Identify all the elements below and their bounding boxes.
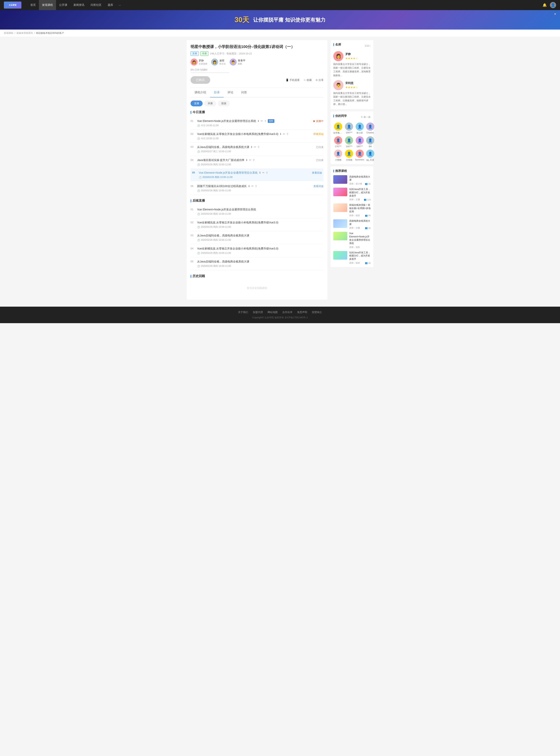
collect-button[interactable]: ☆ 收藏 [303, 78, 312, 82]
rec-item-4[interactable]: 高级电商全线系统大课 讲师：冷珊 👥 46 [333, 219, 371, 230]
sidebar-teacher-name-2[interactable]: 宋利坚 [345, 81, 358, 85]
classmate-5[interactable]: 👤 1767** [333, 136, 343, 147]
teacher-avatar-3: 👨 [229, 59, 237, 65]
share-icon-1[interactable]: ⇪ [264, 119, 266, 123]
share-button[interactable]: ⊙ 分享 [316, 78, 323, 82]
live-status-6[interactable]: 查看回放 [314, 184, 323, 188]
classmate-8[interactable]: 👤 Bill [366, 136, 374, 147]
logo-text: 云朵课堂 [9, 4, 17, 6]
tab-qa[interactable]: 问答 [237, 88, 251, 97]
share-icon-6[interactable]: ⇪ [255, 184, 257, 188]
classmate-1[interactable]: 👤 化学教书... [333, 122, 343, 134]
future-time-2: 🕐 2020/02/26 周四 10:00-11:00 [197, 225, 323, 229]
live-time-5: 🕐 2020/02/26 周四 10:00-11:00 [199, 176, 310, 179]
nav-item-home[interactable]: 首页 [27, 0, 39, 10]
rec-section-title: 推荐课程 [333, 169, 371, 173]
footer-agent[interactable]: 加盟代理 [253, 311, 263, 314]
user-avatar[interactable]: 👤 [550, 2, 556, 8]
future-name-1: Vue Element+Node.js开发企业通用管理后台系统 [197, 207, 323, 212]
edit-icon-3[interactable]: ✏ [254, 145, 256, 149]
classmate-3[interactable]: 👤 张小田 [355, 122, 364, 134]
mobile-watch-button[interactable]: 📱 手机观看 [286, 78, 300, 82]
classmate-12[interactable]: 👤 qq_天涯 [366, 150, 374, 161]
share-icon-5[interactable]: ⇪ [266, 171, 268, 175]
download-icon-2[interactable]: ⬇ [279, 132, 282, 136]
teacher-info-3: 青青平 助教 [238, 59, 245, 65]
edit-icon-5[interactable]: ✏ [262, 171, 265, 175]
classmate-9[interactable]: 👤 小熊熊 [333, 150, 343, 161]
sub-tab-interview[interactable]: 面接 [218, 101, 230, 106]
classmate-11[interactable]: 👤 Summers [355, 150, 364, 161]
future-content-1: Vue Element+Node.js开发企业通用管理后台系统 🕐 2020/0… [197, 207, 323, 216]
teacher-nav[interactable]: 1/10 › [365, 44, 371, 47]
footer-disclaimer[interactable]: 免责声明 [297, 311, 307, 314]
nav-item-open[interactable]: 公开课 [56, 0, 71, 10]
classmate-2[interactable]: 👤 1567** [345, 122, 353, 134]
live-status-3: 已结束 [316, 145, 323, 149]
clock-icon-1: 🕐 [197, 124, 200, 127]
rec-item-6[interactable]: 玩转Java开发工具，精通JUC，成为开发多面手 讲师：徐田 👥 46 [333, 251, 371, 264]
logo[interactable]: 云朵课堂 [4, 2, 21, 8]
classmate-7[interactable]: 👤 1867** [355, 136, 364, 147]
share-icon-4[interactable]: ⇪ [253, 158, 255, 162]
teacher-info-2: 凌荷 班主任 [219, 59, 226, 65]
live-status-2[interactable]: 即将开始 [314, 132, 323, 136]
sidebar-teacher-name-1[interactable]: 罗静 [345, 53, 358, 56]
sidebar-teacher-1: 👩 罗静 ★★★★☆ 国内某重点大学安全工程专业硕士，国家一级注册消防工程师、注… [333, 51, 371, 77]
live-icons-1: ⬇ ✏ ⇪ 资料 [257, 119, 274, 123]
classmate-4[interactable]: 👤 Charles [366, 122, 374, 134]
edit-icon-2[interactable]: ✏ [283, 132, 285, 136]
bell-icon[interactable]: 🔔 [542, 3, 547, 7]
download-icon-5[interactable]: ⬇ [259, 171, 261, 175]
switch-classmates-button[interactable]: ↻ 换一换 [361, 116, 371, 119]
rec-item-1[interactable]: 高级电商全线系统大课 讲师：张小锋 👥 34 [333, 175, 371, 185]
download-icon-1[interactable]: ⬇ [257, 119, 260, 123]
sidebar-teacher-2: 👨 宋利坚 ★★★★☆ 国内某重点大学安全工程专业硕士，国家一级注册消防工程师、… [333, 80, 371, 106]
sidebar-teacher-avatar-2: 👨 [333, 80, 343, 90]
tab-intro[interactable]: 课程介绍 [191, 88, 210, 97]
footer-partner[interactable]: 合作伙伴 [282, 311, 293, 314]
nav-item-news[interactable]: 新闻资讯 [71, 0, 87, 10]
download-icon-3[interactable]: ⬇ [251, 145, 253, 149]
share-icon-2[interactable]: ⇪ [286, 132, 289, 136]
footer-about[interactable]: 关于我们 [238, 311, 248, 314]
rec-item-5[interactable]: Vue Element+Node.js开发企业通用管理后台系统 讲师：张田 [333, 232, 371, 248]
breadcrumb-discover[interactable]: 发现课程 [4, 32, 13, 35]
nav-item-qa[interactable]: 问答社区 [87, 0, 105, 10]
tab-directory[interactable]: 目录 [210, 88, 224, 97]
teacher-name-2[interactable]: 凌荷 [219, 59, 226, 62]
future-time-1: 🕐 2020/02/26 周四 10:00-11:00 [197, 212, 323, 216]
future-name-2: Vue全家桶实战 从零独立开发企业级小米电商系统(免费升级Vue3.0) [197, 220, 323, 224]
live-status-1[interactable]: 直播中 [313, 119, 323, 123]
nav-item-discover[interactable]: 发现课程 [39, 0, 56, 10]
future-num-3: 03 [191, 234, 195, 237]
classmate-6[interactable]: 👤 1567** [345, 136, 353, 147]
classmate-name-5: 1767** [335, 145, 341, 147]
rec-lecturer-5: 讲师：张田 [349, 246, 360, 249]
sub-tab-record[interactable]: 录播 [204, 101, 216, 106]
rec-item-2[interactable]: 玩转Java开发工具，精通JUC，成为开发多面手 讲师：王珊 👥 123 [333, 187, 371, 201]
live-status-5[interactable]: 查看回放 [312, 171, 322, 175]
edit-icon-4[interactable]: ✏ [249, 158, 252, 162]
nav-item-exam[interactable]: 题库 [105, 0, 116, 10]
edit-icon-6[interactable]: ✏ [252, 184, 254, 188]
rec-item-3[interactable]: 前端全栈加强版！前端全栈+全周期+多场应用 讲师：徐田 👥 56 [333, 203, 371, 217]
download-icon-6[interactable]: ⬇ [248, 184, 250, 188]
edit-icon-1[interactable]: ✏ [261, 119, 263, 123]
live-content-2: Vue全家桶实战 从零独立开发企业级小米电商系统(免费升级Vue3.0) ⬇ ✏… [197, 132, 312, 140]
nav-more[interactable]: ··· [116, 0, 123, 10]
download-icon-4[interactable]: ⬇ [245, 158, 248, 162]
banner-close-icon[interactable]: × [554, 12, 556, 16]
teacher-name-3[interactable]: 青青平 [238, 59, 245, 62]
breadcrumb-series[interactable]: 新媒体营销系列 [17, 32, 33, 35]
sub-tab-live[interactable]: 直播 [191, 101, 203, 106]
classmate-10[interactable]: 👤 大笨狼 [345, 150, 353, 161]
share-icon-3[interactable]: ⇪ [257, 145, 260, 149]
rec-title-1: 高级电商全线系统大课 [349, 175, 371, 182]
footer-recruit[interactable]: 招贤纳士 [312, 311, 322, 314]
live-item-1: 01 Vue Element+Node.js开发企业通用管理后台系统 ⬇ ✏ ⇪… [191, 117, 323, 130]
teacher-name-1[interactable]: 罗静 [199, 59, 207, 62]
footer-sitemap[interactable]: 网站地图 [267, 311, 278, 314]
live-icons-3: ⬇ ✏ ⇪ [251, 145, 260, 149]
tab-comment[interactable]: 评论 [224, 88, 237, 97]
